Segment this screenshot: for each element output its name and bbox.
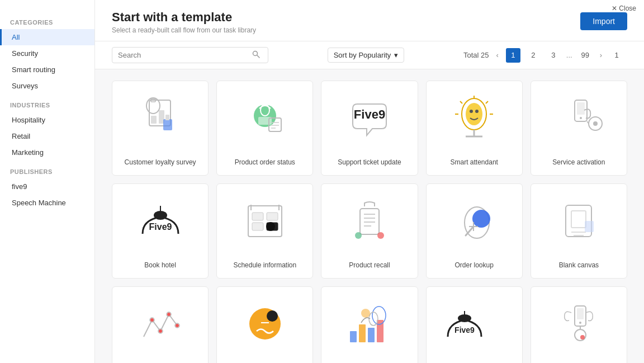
svg-rect-54 xyxy=(571,211,586,228)
card-image xyxy=(112,81,208,158)
header-left: Start with a template Select a ready-bui… xyxy=(112,10,256,34)
template-card-product-recall[interactable]: Product recall xyxy=(321,183,418,279)
svg-point-63 xyxy=(159,329,162,333)
search-box[interactable] xyxy=(112,47,268,63)
svg-rect-57 xyxy=(585,221,594,232)
total-label: Total 25 xyxy=(463,51,489,59)
sidebar-item-all[interactable]: All xyxy=(0,29,94,45)
svg-point-75 xyxy=(361,309,370,318)
card-image xyxy=(531,184,627,261)
template-card-vip-router[interactable]: VIP router xyxy=(216,286,313,363)
template-card-order-lookup[interactable]: Order lookup xyxy=(426,183,523,279)
template-card-subscription-reminder[interactable]: Subscription reminder xyxy=(112,286,209,363)
page-2-button[interactable]: 2 xyxy=(526,48,541,63)
svg-rect-79 xyxy=(577,308,584,319)
svg-rect-38 xyxy=(267,213,278,220)
sidebar: Categories All Security Smart routing Su… xyxy=(0,0,95,363)
svg-point-50 xyxy=(472,210,490,228)
svg-line-1 xyxy=(257,55,259,58)
close-button[interactable]: ✕ Close xyxy=(612,4,636,12)
template-card-biometrics[interactable]: Biometrics xyxy=(531,286,627,363)
page-1-button[interactable]: 1 xyxy=(506,48,520,63)
page-99-button[interactable]: 99 xyxy=(578,48,593,63)
template-card-product-order-status[interactable]: Product order status xyxy=(216,81,313,176)
svg-text:Five9: Five9 xyxy=(354,107,385,121)
svg-text:Five9: Five9 xyxy=(149,222,172,232)
categories-section-title: Categories xyxy=(0,11,94,29)
sidebar-item-surveys[interactable]: Surveys xyxy=(0,78,94,94)
template-card-schedule-information[interactable]: Schedule information xyxy=(216,183,313,279)
template-card-productivity-report[interactable]: Productivity Report xyxy=(321,286,418,363)
svg-point-34 xyxy=(154,211,167,220)
card-image xyxy=(217,81,312,158)
sidebar-item-speech-machine[interactable]: Speech Machine xyxy=(0,195,94,211)
sidebar-item-marketing[interactable]: Marketing xyxy=(0,144,94,161)
svg-point-24 xyxy=(470,110,473,113)
next-page-button[interactable]: › xyxy=(598,51,604,59)
svg-point-30 xyxy=(580,117,582,119)
svg-point-65 xyxy=(176,324,179,327)
ellipsis: ... xyxy=(566,51,572,59)
svg-point-18 xyxy=(466,103,482,125)
main-area: Start with a template Select a ready-bui… xyxy=(95,0,644,363)
close-label: Close xyxy=(619,4,636,12)
card-image: Five9 xyxy=(321,81,417,158)
header: Start with a template Select a ready-bui… xyxy=(95,0,644,41)
svg-point-47 xyxy=(377,232,384,239)
card-label: Schedule information xyxy=(229,261,301,270)
template-card-blank-canvas[interactable]: Blank canvas xyxy=(531,183,627,279)
page-3-button[interactable]: 3 xyxy=(546,48,561,63)
svg-rect-36 xyxy=(248,206,282,237)
svg-rect-70 xyxy=(359,324,366,342)
sort-dropdown[interactable]: Sort by Popularity ▾ xyxy=(328,48,405,63)
card-label: Book hotel xyxy=(140,261,181,270)
card-image xyxy=(217,184,312,261)
template-grid: Customer loyalty survey Product order st… xyxy=(95,69,644,363)
svg-point-62 xyxy=(150,318,154,322)
import-button[interactable]: Import xyxy=(580,12,627,30)
svg-point-64 xyxy=(167,313,171,316)
sidebar-item-retail[interactable]: Retail xyxy=(0,128,94,144)
card-label: Order lookup xyxy=(451,261,498,270)
card-label: Support ticket update xyxy=(333,158,405,167)
template-card-customer-loyalty-survey[interactable]: Customer loyalty survey xyxy=(112,81,209,176)
svg-point-67 xyxy=(267,310,278,322)
svg-rect-3 xyxy=(151,116,157,124)
sidebar-item-hospitality[interactable]: Hospitality xyxy=(0,112,94,128)
template-card-service-activation[interactable]: Service activation xyxy=(531,81,627,176)
svg-rect-39 xyxy=(252,223,263,230)
card-label: Blank canvas xyxy=(555,261,603,270)
sidebar-item-smart-routing[interactable]: Smart routing xyxy=(0,62,94,78)
svg-line-21 xyxy=(486,101,488,103)
card-image xyxy=(217,287,312,363)
card-image: Five9 xyxy=(112,184,208,261)
svg-point-48 xyxy=(355,232,362,239)
card-label: Product recall xyxy=(344,261,394,270)
template-card-support-ticket-update[interactable]: Five9 Support ticket update xyxy=(321,81,418,176)
last-page-input: 1 xyxy=(609,48,624,63)
card-image xyxy=(531,81,627,158)
template-card-smart-attendant[interactable]: Smart attendant xyxy=(426,81,523,176)
card-image xyxy=(321,287,417,363)
card-image xyxy=(321,184,417,261)
chevron-down-icon: ▾ xyxy=(394,51,398,59)
prev-page-button[interactable]: ‹ xyxy=(494,51,500,59)
pagination: Total 25 ‹ 1 2 3 ... 99 › 1 xyxy=(463,48,627,63)
svg-rect-8 xyxy=(165,115,169,120)
svg-point-80 xyxy=(579,322,581,324)
template-card-book-hotel[interactable]: Five9 Book hotel xyxy=(112,183,209,279)
card-image xyxy=(112,287,208,363)
card-image xyxy=(427,81,522,158)
sidebar-item-security[interactable]: Security xyxy=(0,45,94,62)
svg-rect-69 xyxy=(350,331,357,342)
svg-line-20 xyxy=(460,101,462,103)
template-card-blank-canvas-2[interactable]: Five9 Blank canvas xyxy=(426,286,523,363)
sidebar-item-five9[interactable]: five9 xyxy=(0,178,94,195)
svg-rect-37 xyxy=(252,213,263,220)
card-image xyxy=(531,287,627,363)
page-subtitle: Select a ready-built call flow from our … xyxy=(112,26,256,34)
search-icon xyxy=(252,50,260,60)
svg-point-25 xyxy=(475,110,479,113)
search-input[interactable] xyxy=(118,51,252,59)
industries-section-title: Industries xyxy=(0,94,94,112)
